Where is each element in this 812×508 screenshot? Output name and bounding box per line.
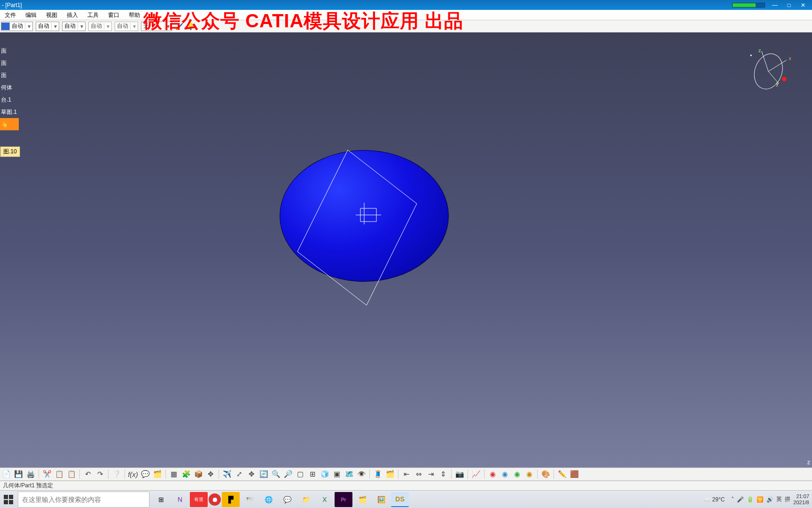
align-center-icon[interactable]: ⇔ — [414, 469, 424, 479]
app-image-icon[interactable]: 🖼️ — [372, 492, 390, 507]
app-excel-icon[interactable]: X — [316, 492, 334, 507]
save-button[interactable]: 💾 — [13, 469, 23, 479]
maximize-button[interactable]: □ — [782, 2, 796, 8]
tray-clock[interactable]: 21:07 2021/8 — [793, 493, 809, 506]
formula-button[interactable]: f(x) — [128, 469, 138, 479]
material-icon[interactable]: 🎨 — [540, 469, 551, 479]
app-explorer-icon[interactable]: 📁 — [297, 492, 315, 507]
model-body[interactable] — [280, 150, 449, 310]
print-button[interactable]: 🖨️ — [25, 469, 36, 479]
ime-lang-1[interactable]: 英 — [776, 495, 782, 503]
app-bird-icon[interactable]: 🕊️ — [241, 492, 258, 507]
body-tree-icon[interactable]: 🧩 — [181, 469, 191, 479]
pad-button[interactable]: 🟫 — [569, 469, 579, 479]
perspective-button[interactable]: 🗺️ — [344, 469, 354, 479]
color-combo-1[interactable]: 自动▾ — [1, 22, 33, 31]
tray-chevron-icon[interactable]: ˄ — [731, 496, 734, 503]
undo-button[interactable]: ↶ — [83, 469, 93, 479]
shade-mode-button[interactable]: ▣ — [332, 469, 342, 479]
ime-lang-2[interactable]: 拼 — [785, 495, 790, 503]
tray-mic-icon[interactable]: 🎤 — [737, 496, 744, 503]
tray-network-icon[interactable]: 🛜 — [757, 496, 764, 503]
zoom-in-button[interactable]: 🔍 — [271, 469, 281, 479]
fly-icon[interactable]: ✈️ — [222, 469, 232, 479]
zoom-out-button[interactable]: 🔎 — [283, 469, 293, 479]
combo-auto-4[interactable]: 自动▾ — [88, 22, 112, 31]
redo-button[interactable]: ↷ — [95, 469, 105, 479]
align-right-icon[interactable]: ⇥ — [426, 469, 436, 479]
tray-volume-icon[interactable]: 🔊 — [766, 496, 773, 503]
grid-icon[interactable]: ▦ — [169, 469, 179, 479]
render-4-icon[interactable]: ◉ — [524, 469, 534, 479]
comb-icon[interactable]: 📈 — [471, 469, 481, 479]
cut-button[interactable]: ✂️ — [42, 469, 52, 479]
minimize-button[interactable]: — — [768, 2, 782, 8]
wire-icon[interactable]: 🧵 — [373, 469, 383, 479]
multi-view-button[interactable]: ⊞ — [307, 469, 318, 479]
part-icon[interactable]: 📦 — [193, 469, 203, 479]
app-red-icon[interactable]: ⏺ — [209, 493, 221, 506]
axis-triad[interactable]: x z y — [748, 47, 793, 92]
menu-window[interactable]: 窗口 — [103, 10, 124, 20]
progress-indicator — [732, 3, 765, 8]
viewport-3d[interactable]: 面 面 面 何体 台.1 草图.1 👆 图.10 x z y — [0, 32, 812, 468]
tree-item[interactable]: 面 — [0, 45, 19, 57]
app-folder2-icon[interactable]: 🗂️ — [353, 492, 371, 507]
help-pointer-icon[interactable]: ❔ — [111, 469, 122, 479]
task-view-icon[interactable]: ⊞ — [152, 492, 170, 507]
app-yellow-icon[interactable]: ▛ — [222, 492, 240, 507]
menu-insert[interactable]: 插入 — [62, 10, 83, 20]
menu-view[interactable]: 视图 — [41, 10, 62, 20]
paste-button[interactable]: 📋 — [66, 469, 77, 479]
align-left-icon[interactable]: ⇤ — [401, 469, 412, 479]
knowledge-icon[interactable]: 💬 — [140, 469, 150, 479]
weather-widget[interactable]: ☁️ 29°C — [700, 496, 729, 503]
app-edge-icon[interactable]: 🌐 — [259, 492, 277, 507]
taskbar-search[interactable] — [18, 492, 149, 508]
hide-show-button[interactable]: 👁️ — [356, 469, 367, 479]
sketch-button[interactable]: ✏️ — [557, 469, 567, 479]
iso-view-button[interactable]: 🧊 — [320, 469, 330, 479]
tree-item-selected[interactable]: 👆 — [0, 118, 19, 130]
start-button[interactable] — [0, 491, 17, 508]
svg-rect-5 — [750, 55, 752, 56]
app-youdao-icon[interactable]: 有道 — [190, 492, 208, 507]
new-button[interactable]: 📄 — [1, 469, 11, 479]
menu-file[interactable]: 文件 — [0, 10, 21, 20]
design-table-icon[interactable]: 🗂️ — [152, 469, 163, 479]
axis-icon[interactable]: ✥ — [205, 469, 216, 479]
render-2-icon[interactable]: ◉ — [500, 469, 510, 479]
fit-all-button[interactable]: ⤢ — [234, 469, 244, 479]
app-onenote-icon[interactable]: N — [171, 492, 189, 507]
combo-none[interactable]: 无▾ — [141, 22, 172, 31]
taskbar-search-input[interactable] — [18, 496, 149, 503]
tree-item[interactable]: 面 — [0, 57, 19, 69]
tree-item[interactable]: 台.1 — [0, 94, 19, 106]
paint-tool-icon[interactable]: 🖌️ — [175, 22, 183, 31]
app-premiere-icon[interactable]: Pr — [335, 492, 352, 507]
render-1-icon[interactable]: ◉ — [487, 469, 498, 479]
combo-auto-5[interactable]: 自动▾ — [115, 22, 138, 31]
bulb-tool-icon[interactable]: 💡 — [186, 22, 195, 31]
camera-button[interactable]: 📷 — [454, 469, 465, 479]
pan-button[interactable]: ✥ — [246, 469, 257, 479]
layers-icon[interactable]: 🗂️ — [385, 469, 395, 479]
rotate-button[interactable]: 🔄 — [258, 469, 269, 479]
menu-edit[interactable]: 编辑 — [21, 10, 41, 20]
normal-view-button[interactable]: ▢ — [295, 469, 305, 479]
app-catia-icon[interactable]: DS — [391, 492, 409, 507]
menu-tools[interactable]: 工具 — [83, 10, 103, 20]
menu-help[interactable]: 帮助 — [124, 10, 145, 20]
distribute-icon[interactable]: ⇕ — [438, 469, 448, 479]
app-wechat-icon[interactable]: 💬 — [278, 492, 296, 507]
tree-item[interactable]: 草图.1 — [0, 106, 19, 118]
render-3-icon[interactable]: ◉ — [512, 469, 522, 479]
tree-item[interactable]: 面 — [0, 69, 19, 81]
close-button[interactable]: ✕ — [796, 2, 810, 8]
feature-tree[interactable]: 面 面 面 何体 台.1 草图.1 👆 图.10 — [0, 45, 19, 130]
tree-item[interactable]: 何体 — [0, 81, 19, 94]
copy-button[interactable]: 📋 — [54, 469, 64, 479]
combo-auto-2[interactable]: 自动▾ — [36, 22, 59, 31]
tray-battery-icon[interactable]: 🔋 — [747, 496, 754, 503]
combo-auto-3[interactable]: 自动▾ — [62, 22, 86, 31]
